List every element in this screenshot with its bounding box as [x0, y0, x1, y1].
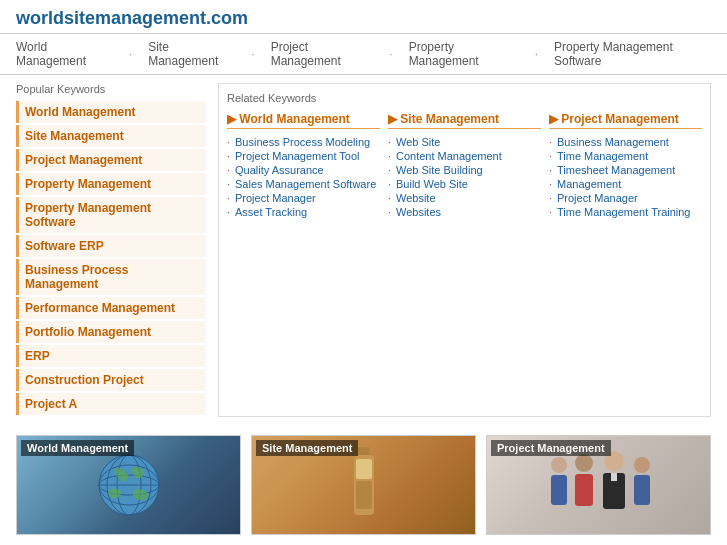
nav-site-management[interactable]: Site Management: [148, 40, 235, 68]
related-link-pmt[interactable]: Project Management Tool: [227, 149, 380, 163]
related-col-project: Project Management Business Management T…: [549, 112, 702, 219]
sidebar-item-erp[interactable]: ERP: [16, 345, 206, 367]
related-col-project-title: Project Management: [549, 112, 702, 129]
nav-property-management[interactable]: Property Management: [409, 40, 519, 68]
related-link-content-mgmt[interactable]: Content Management: [388, 149, 541, 163]
image-card-site[interactable]: Site Management: [251, 435, 476, 535]
svg-rect-9: [356, 481, 372, 509]
sidebar-item-business-process-management[interactable]: Business Process Management: [16, 259, 206, 295]
sidebar-heading: Popular Keywords: [16, 83, 206, 95]
related-link-at[interactable]: Asset Tracking: [227, 205, 380, 219]
svg-rect-16: [611, 473, 617, 481]
image-card-site-label: Site Management: [256, 440, 358, 456]
related-col-world-title: World Management: [227, 112, 380, 129]
site-title[interactable]: worldsitemanagement.com: [16, 8, 248, 28]
nav-world-management[interactable]: World Management: [16, 40, 113, 68]
sidebar-item-portfolio-management[interactable]: Portfolio Management: [16, 321, 206, 343]
related-link-web-site-building[interactable]: Web Site Building: [388, 163, 541, 177]
svg-rect-11: [551, 475, 567, 505]
related-link-bpm[interactable]: Business Process Modeling: [227, 135, 380, 149]
bottle-svg: [344, 445, 384, 525]
svg-rect-6: [358, 447, 370, 455]
sidebar-item-software-erp[interactable]: Software ERP: [16, 235, 206, 257]
related-link-website2[interactable]: Website: [388, 191, 541, 205]
sidebar-item-performance-management[interactable]: Performance Management: [16, 297, 206, 319]
svg-rect-8: [356, 459, 372, 479]
sidebar-item-project-a[interactable]: Project A: [16, 393, 206, 415]
related-link-build-web-site[interactable]: Build Web Site: [388, 177, 541, 191]
related-col-world: World Management Business Process Modeli…: [227, 112, 380, 219]
image-card-project[interactable]: Project Management: [486, 435, 711, 535]
related-link-websites[interactable]: Websites: [388, 205, 541, 219]
related-link-timesheet-mgmt[interactable]: Timesheet Management: [549, 163, 702, 177]
globe-svg: [94, 450, 164, 520]
related-link-business-mgmt[interactable]: Business Management: [549, 135, 702, 149]
nav-project-management[interactable]: Project Management: [271, 40, 374, 68]
image-card-world[interactable]: World Management: [16, 435, 241, 535]
main-nav: World Management · Site Management · Pro…: [0, 33, 727, 75]
related-keywords-heading: Related Keywords: [227, 92, 702, 104]
related-link-pm[interactable]: Project Manager: [227, 191, 380, 205]
sidebar-item-construction-project[interactable]: Construction Project: [16, 369, 206, 391]
related-link-project-manager[interactable]: Project Manager: [549, 191, 702, 205]
sidebar-item-world-management[interactable]: World Management: [16, 101, 206, 123]
image-cards-section: World Management Site Management: [16, 435, 711, 535]
main-content: Popular Keywords World Management Site M…: [0, 75, 727, 425]
related-link-sms[interactable]: Sales Management Software: [227, 177, 380, 191]
sidebar: Popular Keywords World Management Site M…: [16, 83, 206, 417]
sidebar-item-property-management-software[interactable]: Property Management Software: [16, 197, 206, 233]
related-col-site-title: Site Management: [388, 112, 541, 129]
related-link-time-mgmt-training[interactable]: Time Management Training: [549, 205, 702, 219]
svg-point-17: [634, 457, 650, 473]
nav-sep-3: ·: [389, 47, 392, 61]
people-svg: [539, 445, 659, 525]
sidebar-item-property-management[interactable]: Property Management: [16, 173, 206, 195]
svg-point-10: [551, 457, 567, 473]
svg-rect-18: [634, 475, 650, 505]
related-keywords-panel: Related Keywords World Management Busine…: [218, 83, 711, 417]
sidebar-item-project-management[interactable]: Project Management: [16, 149, 206, 171]
related-link-website[interactable]: Web Site: [388, 135, 541, 149]
related-keywords-grid: World Management Business Process Modeli…: [227, 112, 702, 219]
image-card-project-label: Project Management: [491, 440, 611, 456]
nav-sep-4: ·: [535, 47, 538, 61]
related-col-site: Site Management Web Site Content Managem…: [388, 112, 541, 219]
related-link-management[interactable]: Management: [549, 177, 702, 191]
svg-rect-13: [575, 474, 593, 506]
related-link-time-mgmt[interactable]: Time Management: [549, 149, 702, 163]
image-card-world-label: World Management: [21, 440, 134, 456]
related-link-qa[interactable]: Quality Assurance: [227, 163, 380, 177]
site-header: worldsitemanagement.com: [0, 0, 727, 33]
svg-point-12: [575, 454, 593, 472]
nav-sep-2: ·: [251, 47, 254, 61]
nav-property-management-software[interactable]: Property Management Software: [554, 40, 711, 68]
nav-sep-1: ·: [129, 47, 132, 61]
sidebar-item-site-management[interactable]: Site Management: [16, 125, 206, 147]
